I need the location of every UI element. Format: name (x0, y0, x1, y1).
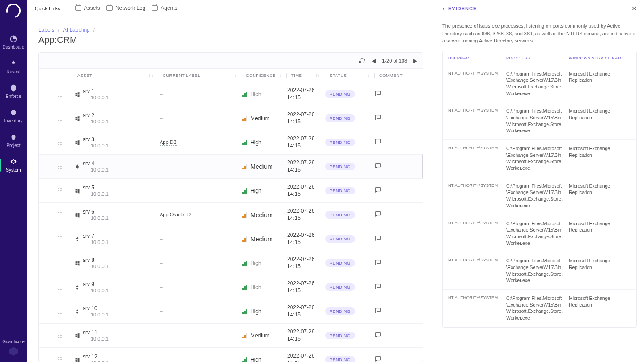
confidence-value: Medium (242, 236, 273, 243)
drag-handle-icon[interactable] (58, 115, 62, 122)
signal-icon (242, 140, 248, 145)
sidebar-item-system[interactable]: System (0, 154, 27, 176)
drag-handle-icon[interactable] (58, 308, 62, 315)
comment-icon[interactable] (374, 259, 381, 267)
confidence-value: High (242, 188, 262, 194)
brand: Guardicore (2, 339, 24, 356)
sort-icon[interactable]: ↑↓ (277, 73, 282, 78)
signal-icon (242, 236, 248, 242)
evidence-row: NT AUTHORITY\SYSTEMC:\Program Files\Micr… (443, 290, 636, 327)
ev-process: C:\Program Files\Microsoft\Exchange Serv… (506, 71, 569, 97)
ev-service: Microsoft Exchange Replication (569, 71, 631, 97)
sort-icon[interactable]: ↑↓ (148, 73, 153, 78)
table-row[interactable]: srv 610.0.0.1App:Oracle+2Medium2022-07-2… (39, 203, 423, 227)
table-row[interactable]: srv 810.0.0.1–High2022-07-2614:15PENDING (39, 251, 423, 275)
refresh-icon[interactable] (359, 58, 365, 64)
ev-process: C:\Program Files\Microsoft\Exchange Serv… (506, 295, 569, 321)
quicklink-agents[interactable]: Agents (152, 5, 177, 11)
table-row[interactable]: srv 1010.0.0.1–High2022-07-2614:15PENDIN… (39, 299, 423, 324)
ev-process: C:\Program Files\Microsoft\Exchange Serv… (506, 145, 569, 172)
sort-icon[interactable]: ↑↓ (315, 73, 320, 78)
evidence-panel: ▾ EVIDENCE ✕ The presence of lsass.exe p… (435, 0, 644, 362)
sort-icon[interactable]: ↑↓ (232, 73, 237, 78)
table-row[interactable]: srv 1110.0.0.1–Medium2022-07-2614:15PEND… (39, 324, 423, 348)
comment-icon[interactable] (374, 283, 381, 291)
status-badge: PENDING (325, 90, 355, 98)
drag-handle-icon[interactable] (58, 332, 62, 339)
breadcrumb-ai-labeling[interactable]: AI Labeling (63, 27, 90, 33)
breadcrumb-labels[interactable]: Labels (38, 27, 54, 33)
asset-name: srv 8 (83, 257, 109, 264)
drag-handle-icon[interactable] (58, 187, 62, 194)
close-icon[interactable]: ✕ (631, 5, 637, 12)
comment-icon[interactable] (374, 114, 381, 122)
asset-ip: 10.0.0.1 (91, 95, 109, 100)
page-title: App:CRM (38, 35, 423, 45)
label-chip[interactable]: App:Oracle (160, 212, 184, 218)
comment-icon[interactable] (374, 307, 381, 316)
status-badge: PENDING (325, 356, 355, 362)
table-row[interactable]: srv 310.0.0.1App:DBHigh2022-07-2614:15PE… (39, 130, 423, 155)
chevron-down-icon[interactable]: ▾ (442, 6, 445, 11)
drag-handle-icon[interactable] (58, 139, 62, 146)
asset-name: srv 4 (83, 160, 109, 168)
confidence-value: Medium (242, 115, 270, 122)
table-row[interactable]: srv 410.0.0.1–Medium2022-07-2614:15PENDI… (39, 155, 423, 179)
asset-ip: 10.0.0.1 (91, 360, 109, 362)
status-badge: PENDING (325, 332, 355, 339)
comment-icon[interactable] (374, 138, 381, 147)
table-row[interactable]: srv 1210.0.0.1–High2022-07-2614:15PENDIN… (39, 348, 423, 362)
drag-handle-icon[interactable] (58, 236, 62, 243)
status-badge: PENDING (325, 259, 355, 267)
drag-handle-icon[interactable] (58, 284, 62, 291)
sidebar-item-enforce[interactable]: Enforce (0, 80, 27, 102)
table-row[interactable]: srv 910.0.0.1–High2022-07-2614:15PENDING (39, 275, 423, 299)
asset-name: srv 2 (83, 112, 109, 119)
app-logo (4, 1, 23, 21)
sidebar-item-inventory[interactable]: Inventory (0, 105, 27, 127)
time-value: 2022-07-2614:15 (287, 208, 314, 222)
comment-icon[interactable] (374, 210, 381, 219)
evidence-row: NT AUTHORITY\SYSTEMC:\Program Files\Micr… (443, 102, 636, 140)
pager-prev-icon[interactable]: ◀ (372, 58, 376, 64)
sort-icon[interactable]: ↑↓ (365, 73, 370, 78)
confidence-value: High (242, 139, 262, 146)
ev-process: C:\Program Files\Microsoft\Exchange Serv… (506, 183, 569, 209)
quick-links-label: Quick Links (35, 6, 60, 11)
brand-glyph-icon (9, 347, 18, 356)
signal-icon (242, 92, 248, 97)
comment-icon[interactable] (374, 162, 381, 171)
ev-username: NT AUTHORITY\SYSTEM (448, 257, 506, 284)
sidebar-item-project[interactable]: Project (0, 130, 27, 152)
comment-icon[interactable] (374, 331, 381, 340)
label-chip[interactable]: App:DB (160, 139, 177, 146)
pager-next-icon[interactable]: ▶ (413, 58, 417, 64)
folder-icon (152, 5, 158, 11)
table-row[interactable]: srv 210.0.0.1–Medium2022-07-2614:15PENDI… (39, 106, 423, 130)
drag-handle-icon[interactable] (58, 163, 62, 170)
asset-ip: 10.0.0.1 (91, 119, 109, 124)
drag-handle-icon[interactable] (58, 91, 62, 98)
dashboard-icon (9, 35, 17, 43)
drag-handle-icon[interactable] (58, 211, 62, 219)
drag-handle-icon[interactable] (58, 356, 62, 362)
sidebar-item-dashboard[interactable]: Dashboard (0, 31, 27, 53)
comment-icon[interactable] (374, 186, 381, 195)
time-value: 2022-07-2614:15 (287, 160, 314, 173)
drag-handle-icon[interactable] (58, 260, 62, 267)
comment-icon[interactable] (374, 355, 381, 362)
table-row[interactable]: srv 110.0.0.1–High2022-07-2614:15PENDING (39, 82, 423, 106)
table-row[interactable]: srv 510.0.0.1–High2022-07-2614:15PENDING (39, 179, 423, 203)
signal-icon (242, 212, 248, 218)
comment-icon[interactable] (374, 235, 381, 243)
sidebar-item-reveal[interactable]: Reveal (0, 56, 27, 78)
quicklink-network-log[interactable]: Network Log (106, 5, 145, 11)
confidence-value: Medium (242, 211, 273, 219)
comment-icon[interactable] (374, 90, 381, 98)
table-row[interactable]: srv 710.0.0.1–Medium2022-07-2614:15PENDI… (39, 227, 423, 251)
asset-name: srv 9 (83, 281, 109, 288)
quicklink-assets[interactable]: Assets (75, 5, 100, 11)
status-badge: PENDING (325, 114, 355, 122)
asset-name: srv 5 (83, 185, 109, 192)
ev-username: NT AUTHORITY\SYSTEM (448, 295, 506, 321)
